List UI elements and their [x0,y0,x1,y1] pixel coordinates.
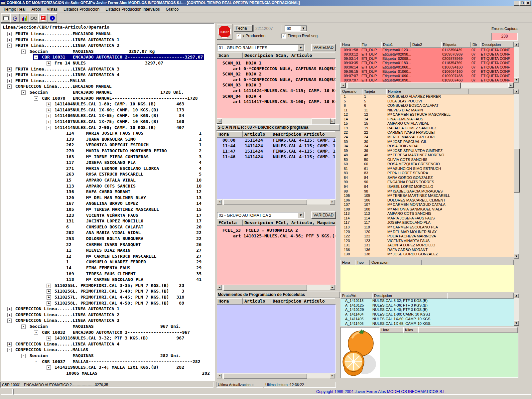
scroll-down-icon[interactable]: ▼ [514,321,519,326]
menu-item-tiempo-real[interactable]: Tiempo Real [0,7,29,12]
table-row[interactable]: 55LOLA BLAY POCOVI [340,99,514,104]
tree-row[interactable]: -CONFECCION Linea......ENCAJADO MANUAL [1,83,214,89]
table-row[interactable]: 11:441411424NULES.CAL 4-115; CAMP. 10 [217,143,335,149]
scrollbar-thumb[interactable] [347,82,461,88]
tree-row[interactable]: 105Mª TERESA MARTINEZ MASCARELL15 [1,206,214,212]
table-row[interactable]: 9494ISABEL LOPEZ MORCILLO [340,185,514,189]
chevron-down-icon[interactable]: ▼ [298,45,304,51]
menu-item-listados-produccion-intervalos[interactable]: Listados Produccion Intervalos [102,7,163,12]
produccion-checkbox[interactable]: ✓ [236,34,241,39]
column-header[interactable]: Hora [380,327,403,333]
tree-row[interactable]: -CBR 10070ENCAJADO MANUAL---------------… [1,95,214,101]
scroll-left-icon[interactable]: ◄ [217,118,222,124]
scrollbar-thumb[interactable] [223,285,307,291]
column-header[interactable]: Fruta/Art [340,293,372,299]
scroll-left-icon[interactable]: ◄ [340,82,346,88]
expand-icon[interactable]: - [7,348,12,352]
horizontal-scrollbar[interactable]: ◄► [217,373,335,378]
scroll-right-icon[interactable]: ► [330,285,335,290]
column-header[interactable]: Hora [217,298,243,304]
column-header[interactable]: Hora [340,42,360,48]
scroll-right-icon[interactable]: ► [330,118,335,124]
column-header[interactable]: Tipo [355,260,370,265]
tree-row[interactable]: +1411407NULES.CAL 1X-75; CAMP. 10 KGS.(B… [1,119,214,125]
tree-row[interactable]: 263ROSA ESTRUCH MASCARELL5 [1,171,214,177]
column-header[interactable]: Descripcion Articulo [271,298,335,304]
column-header[interactable]: Scan [217,53,243,59]
tree-row[interactable]: 14FINA FEMENIA FAUS29 [1,265,214,271]
column-header[interactable]: Etiqueta [441,42,471,48]
vertical-scrollbar[interactable]: ▲▼ [514,89,519,259]
tree-row[interactable]: 270MARIA PATROCINIO MONTANER PEIRO2 [1,148,214,154]
expand-icon[interactable]: - [21,90,26,95]
expand-icon[interactable]: + [47,102,51,106]
fecha-input[interactable]: 22112007 [253,25,282,32]
table-row[interactable]: 106106DOLORES MASCARELL CLIMENT [340,198,514,203]
table-row[interactable]: 107107Mª CARMEN MONTAGUD CATALA [340,202,514,207]
table-row[interactable]: 9090ENCARNA PRATS TORRES [340,180,514,185]
column-header[interactable] [418,327,518,333]
scroll-down-icon[interactable]: ▼ [514,77,519,82]
tree-row[interactable]: -CONFECCION Linea......LINEA AUTOMATICA … [1,318,214,324]
table-row[interactable]: A_1410118NULES.CAL 3-32; PTF 3 KGS.(B) [340,299,514,303]
expand-icon[interactable]: + [47,336,51,340]
tree-row[interactable]: 114MARIA JOSEFA FAUS FAUS1 [1,130,214,136]
expand-icon[interactable]: + [7,67,12,71]
table-row[interactable]: 1515AMPARO CATALA VIDAL [340,121,514,126]
table-row[interactable]: 11:481411424NULES.CAL 4-115; CAMP. 10 [217,154,335,160]
tiempo-real-checkbox[interactable]: ✓ [281,34,286,39]
table-row[interactable]: 131131JACINTA LOPEZ MORCILLO [340,243,514,248]
table-row[interactable]: 6060ROSA MEZQUITA CRESENCIO [340,162,514,167]
tree-row[interactable]: 117JOSEFA ESCOLANO PLA4 [1,160,214,166]
table-row[interactable]: 11:471511424FINAS.CAL 4-115; CAMP. 10 [217,149,335,154]
table-row[interactable]: 1111NIEVES DIAZ MARIN [340,108,514,113]
table-row[interactable]: 120120Mª DEL MAR MOLINER BLAY [340,230,514,234]
column-header[interactable]: Dir [471,42,480,48]
column-header[interactable]: Descripcion [480,42,514,48]
expand-icon[interactable]: + [47,295,51,300]
minimize-button[interactable]: _ [514,1,520,6]
table-row[interactable]: 00:001511424FINAS.CAL 4-115; CAMP. 10 [217,138,335,143]
column-header[interactable] [447,293,514,299]
table-row[interactable]: 117117JOSEFA ESCOLANO PLA [340,220,514,225]
column-header[interactable]: Dato1 [381,42,411,48]
tree-row[interactable]: -1411414NULES.CAL 2-90; CAMP. 10 KGS.(B)… [1,125,214,131]
expand-icon[interactable]: - [21,325,26,329]
tree-row[interactable]: +1410118NULES.CAL 3-32; PTF 3 KGS.(B)967 [1,335,214,341]
table-row[interactable]: 138138Mª JOSE GORDO GONZALEZ [340,252,514,257]
tree-row[interactable]: -CONFECCION Linea......MALLAS [1,347,214,353]
tree-row[interactable]: +1411405NULES.CAL 1X-60; CAMP. 10 KGS.(B… [1,107,214,113]
tree-row[interactable]: 123VICENTA VIÑARTA FAUS17 [1,212,214,218]
tree-row[interactable]: 1CONSUELO ALVAREZ FERRER29 [1,259,214,265]
table-row[interactable]: 1919RAFAELA GOMEZ SANCHEZ [340,126,514,131]
tree-row[interactable]: +Fru 14 NULES3297,07 [1,60,214,66]
tree-row[interactable]: 12Mª CARMEN ESTRUCH MASCARELL27 [1,253,214,259]
tree-row[interactable]: +5110257L. PRIMOFIORI.CAL 4-45; PLN 7 KG… [1,294,214,300]
tree-row[interactable]: +CONFECCION Linea......LINEA AUTOMATICA … [1,312,214,318]
horizontal-scrollbar[interactable]: ◄► [217,118,335,124]
horizontal-scrollbar[interactable]: ◄► [217,285,335,290]
tree-row[interactable]: +FRUTA Linea...........LINEA AUTOMATICA … [1,37,214,43]
column-header[interactable]: Nombre [386,89,469,94]
table-row[interactable]: 5050OLIVIA COTS SANCHIS [340,158,514,162]
variedad1-button[interactable]: VARIEDAD [311,44,336,51]
tree-row[interactable]: 113AMPARO COTS SANCHIS10 [1,183,214,189]
column-header[interactable]: Hora [340,260,355,265]
scroll-right-icon[interactable]: ► [330,199,335,204]
tree-row[interactable]: +1411404NULES.CAL 1-80; CAMP. 10 KGS.(B)… [1,101,214,107]
table-row[interactable]: 09:07:07ETI_DUPEtiqueta=01090...01090074… [340,78,514,82]
scroll-up-icon[interactable]: ▲ [514,89,519,94]
table-row[interactable]: 3434ROSA ROIG VIDAL [340,144,514,149]
table-row[interactable]: 122122POLIA PACHEVA MARINOVA [340,234,514,239]
tree-row[interactable]: 262VERONICA ORPEGUI ESTRUCH1 [1,142,214,148]
expand-icon[interactable]: - [34,55,38,60]
column-header[interactable]: Articulo [243,298,271,304]
table-row[interactable]: 09:06:14ETI_DUPEtiqueta=01060...01060941… [340,65,514,69]
grupo1-select[interactable]: 01 - GRUPO RAMILLETES ▼ [217,44,305,51]
table-row[interactable]: A_1411406NULES.CAL 1X-65; CAMP. 10 KGS. [340,322,514,326]
table-row[interactable]: 8484SARA GORDO GONZALEZ [340,176,514,180]
table-row[interactable]: 66CONSUELO BOSCA CALAFAT [340,103,514,108]
table-row[interactable]: 09:03:35ETI_DUPEtiqueta=01183...01183547… [340,61,514,65]
maximize-button[interactable]: ❐ [519,1,525,6]
tree-row[interactable]: 139JUANA BURGUERA SIMO1 [1,136,214,142]
